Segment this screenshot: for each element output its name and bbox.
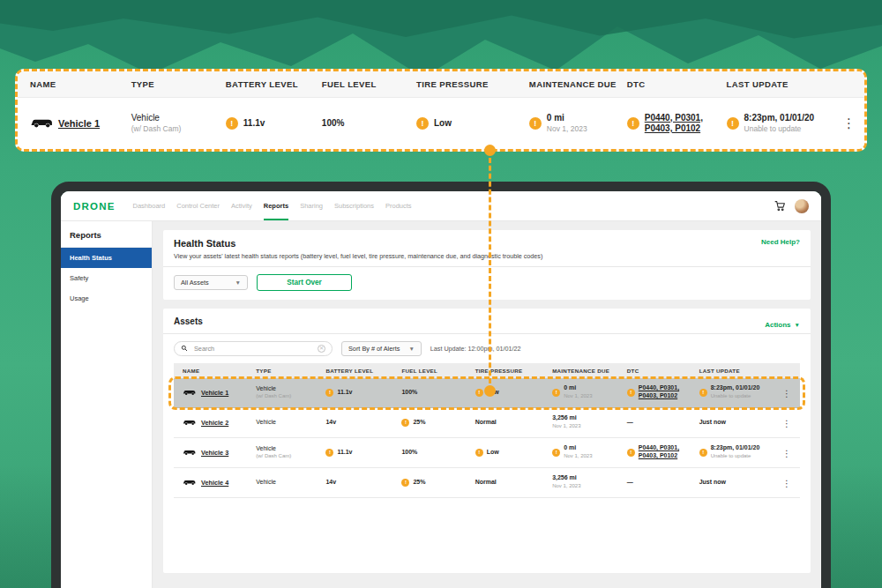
dtc-code-link[interactable]: P0403, P0102 <box>639 452 679 460</box>
health-status-card: Need Help? Health Status View your asset… <box>163 230 811 300</box>
sidebar-item-usage[interactable]: Usage <box>61 288 152 309</box>
column-header: MAINTENANCE DUE <box>529 79 627 89</box>
alert-icon: ! <box>699 389 707 397</box>
name-cell: Vehicle 4 <box>183 479 256 487</box>
vehicle-name-link[interactable]: Vehicle 4 <box>201 479 228 487</box>
start-over-button[interactable]: Start Over <box>257 274 352 291</box>
row-menu-cell: ⋮ <box>782 384 795 400</box>
last-update-status: Unable to update <box>711 393 760 400</box>
clear-search-icon[interactable]: ✕ <box>318 345 325 353</box>
fuel-level-value: 25% <box>413 419 425 427</box>
sidebar-item-health-status[interactable]: Health Status <box>61 248 152 268</box>
actions-menu-button[interactable]: Actions ▼ <box>765 321 800 329</box>
nav-item-sharing[interactable]: Sharing <box>300 191 323 220</box>
maintenance-due-value: 3,256 mi <box>552 414 580 422</box>
connector-dot-top <box>484 145 496 156</box>
table-row[interactable]: Vehicle 1Vehicle(w/ Dash Cam)!11.1v100%!… <box>18 98 864 149</box>
vehicle-type: Vehicle <box>131 113 226 123</box>
row-menu-cell: ⋮ <box>782 474 795 490</box>
connector-dot-bottom <box>484 385 496 397</box>
row-menu-cell: ⋮ <box>782 414 795 430</box>
maintenance-due-value: 3,256 mi <box>552 474 580 482</box>
table-row[interactable]: Vehicle 4Vehicle14v!25%Normal3,256 miNov… <box>174 468 800 498</box>
need-help-link[interactable]: Need Help? <box>761 238 800 246</box>
vehicle-icon <box>183 450 196 456</box>
chevron-down-icon: ▼ <box>408 346 414 352</box>
maintenance-due-date: Nov 1, 2023 <box>564 453 592 460</box>
battery-level-value: 11.1v <box>337 389 352 397</box>
user-avatar[interactable] <box>795 199 809 213</box>
vehicle-name-link[interactable]: Vehicle 1 <box>201 389 228 397</box>
nav-item-products[interactable]: Products <box>385 191 412 220</box>
vehicle-name-link[interactable]: Vehicle 1 <box>58 118 100 129</box>
column-header: TIRE PRESSURE <box>416 79 529 89</box>
dtc-code-link[interactable]: P0440, P0301, <box>645 113 703 124</box>
dtc-code-link[interactable]: P0403, P0102 <box>645 123 703 135</box>
row-menu-button[interactable]: ⋮ <box>782 419 791 428</box>
row-menu-button[interactable]: ⋮ <box>782 479 791 488</box>
row-menu-button[interactable]: ⋮ <box>782 449 791 458</box>
report-controls: All Assets ▼ Start Over <box>174 274 800 291</box>
nav-item-reports[interactable]: Reports <box>264 191 288 220</box>
asset-filter-select[interactable]: All Assets ▼ <box>174 275 248 290</box>
fuel-level-cell: !25% <box>401 419 475 427</box>
top-navbar: DRONE DashboardControl CenterActivityRep… <box>61 191 821 221</box>
table-row[interactable]: Vehicle 2Vehicle14v!25%Normal3,256 miNov… <box>174 408 800 438</box>
assets-title: Assets <box>174 316 203 326</box>
type-cell: Vehicle(w/ Dash Cam) <box>256 445 325 460</box>
column-header: TIRE PRESSURE <box>475 368 552 374</box>
nav-item-subscriptions[interactable]: Subscriptions <box>334 191 374 220</box>
name-cell: Vehicle 1 <box>183 389 256 397</box>
search-box[interactable]: ✕ <box>174 341 333 356</box>
dtc-code-link[interactable]: P0440, P0301, <box>639 444 679 452</box>
row-menu-button[interactable]: ⋮ <box>782 389 791 398</box>
name-cell: Vehicle 2 <box>183 419 256 427</box>
battery-level-value: 14v <box>325 419 336 427</box>
column-header: BATTERY LEVEL <box>325 368 401 374</box>
row-menu-button[interactable]: ⋮ <box>842 115 856 130</box>
type-cell: Vehicle <box>256 479 325 486</box>
battery-level-value: 11.1v <box>337 449 352 457</box>
sort-select[interactable]: Sort By # of Alerts ▼ <box>341 341 422 356</box>
asset-filter-value: All Assets <box>181 279 209 287</box>
tire-pressure-cell: Normal <box>475 419 552 427</box>
last-update-value: 8:23pm, 01/01/20 <box>711 444 760 452</box>
row-menu-cell: ⋮ <box>782 444 795 460</box>
nav-item-activity[interactable]: Activity <box>231 191 252 220</box>
tire-pressure-value: Normal <box>475 479 497 487</box>
table-row[interactable]: Vehicle 3Vehicle(w/ Dash Cam)!11.1v100%!… <box>174 438 800 468</box>
dtc-code-link[interactable]: P0440, P0301, <box>639 384 679 392</box>
alert-icon: ! <box>416 117 429 130</box>
nav-item-control-center[interactable]: Control Center <box>176 191 220 220</box>
dtc-cell: — <box>627 479 699 487</box>
actions-label: Actions <box>765 321 790 329</box>
last-update-text: Last Update: 12:00pm, 01/01/22 <box>430 345 521 353</box>
navbar-actions <box>774 199 809 213</box>
fuel-level-value: 100% <box>322 118 345 130</box>
tire-pressure-value: Normal <box>475 419 497 427</box>
dtc-cell: !P0440, P0301,P0403, P0102 <box>627 384 699 400</box>
vehicle-name-link[interactable]: Vehicle 2 <box>201 419 228 427</box>
vehicle-name-link[interactable]: Vehicle 3 <box>201 449 228 457</box>
page: NAMETYPEBATTERY LEVELFUEL LEVELTIRE PRES… <box>0 0 882 588</box>
callout-table-body: Vehicle 1Vehicle(w/ Dash Cam)!11.1v100%!… <box>18 98 864 149</box>
name-cell: Vehicle 3 <box>183 449 256 457</box>
maintenance-due-cell: !0 miNov 1, 2023 <box>552 444 627 460</box>
alert-icon: ! <box>627 389 635 397</box>
column-header: DTC <box>627 368 699 374</box>
nav-item-dashboard[interactable]: Dashboard <box>133 191 166 220</box>
sidebar-item-safety[interactable]: Safety <box>61 268 152 288</box>
maintenance-due-cell: !0 miNov 1, 2023 <box>552 384 627 400</box>
cart-icon[interactable] <box>774 200 786 212</box>
tire-pressure-cell: !Low <box>475 449 552 457</box>
battery-level-value: 14v <box>325 479 336 487</box>
fuel-level-cell: !25% <box>401 479 475 487</box>
divider <box>163 333 811 334</box>
search-input[interactable] <box>192 344 313 354</box>
dtc-code-link[interactable]: P0403, P0102 <box>639 392 679 400</box>
maintenance-due-cell: 3,256 miNov 1, 2023 <box>552 414 627 430</box>
sidebar-title: Reports <box>61 221 152 248</box>
vehicle-type: Vehicle <box>256 445 325 452</box>
assets-card: Assets Actions ▼ <box>163 309 811 573</box>
sidebar-items: Health StatusSafetyUsage <box>61 248 152 309</box>
